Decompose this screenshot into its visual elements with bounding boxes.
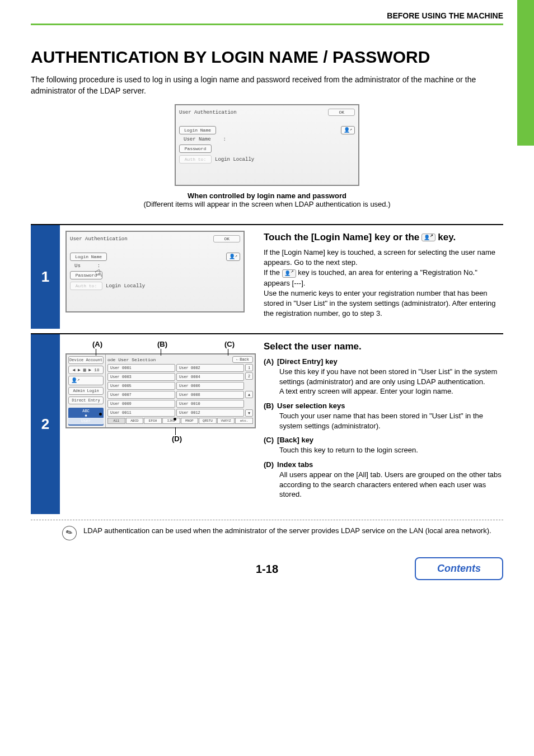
user-grid: User 0001 User 0002 1 2 ▲ ▼ [107, 364, 253, 417]
registration-icon-button[interactable] [226, 253, 240, 261]
user-button[interactable]: User 0001 [107, 364, 175, 372]
user-button[interactable]: User 0004 [176, 373, 244, 381]
side-green-tab [517, 0, 534, 146]
scroll-down-button[interactable]: ▼ [245, 409, 253, 417]
password-button[interactable]: Password [179, 144, 212, 153]
index-tab[interactable]: All [107, 418, 125, 424]
admin-login-button[interactable]: Admin Login [68, 387, 104, 395]
step1-heading-b: key. [438, 231, 456, 244]
item-B-title: User selection keys [277, 401, 345, 411]
contents-button[interactable]: Contents [415, 557, 503, 580]
item-D-title: Index tabs [277, 460, 313, 470]
index-tab[interactable]: MNOP [181, 418, 199, 424]
back-arrow-icon: ← [236, 357, 238, 362]
step1-body1: If the [Login Name] key is touched, a sc… [264, 248, 503, 268]
item-A-title: [Direct Entry] key [277, 357, 338, 367]
section-header: BEFORE USING THE MACHINE [31, 11, 503, 25]
user-button[interactable]: User 0002 [176, 364, 244, 372]
user-button[interactable]: User 0012 [176, 409, 244, 417]
login-name-button[interactable]: Login Name [70, 253, 107, 261]
auth-panel-illustration: User Authentication OK Login Name User N… [175, 104, 359, 186]
abc-toggle[interactable]: ABC ◆ User [68, 408, 104, 426]
item-D-tag: (D) [264, 460, 274, 470]
auth-to-button: Auth to: [70, 282, 102, 290]
step1-heading: Touch the [Login Name] key or the key. [264, 231, 503, 244]
user-name-label: User Name [184, 137, 211, 142]
ok-button[interactable]: OK [328, 109, 355, 116]
intro-text: The following procedure is used to log i… [31, 74, 503, 96]
page-1-indicator[interactable]: 1 [245, 364, 253, 371]
registration-icon-button[interactable] [341, 126, 355, 134]
step-1: 1 User Authentication OK Login Name Us : [31, 224, 503, 329]
user-button[interactable]: User 0007 [107, 391, 175, 399]
item-C-tag: (C) [264, 435, 274, 445]
page-title: AUTHENTICATION BY LOGIN NAME / PASSWORD [31, 48, 503, 67]
user-button[interactable]: User 0008 [176, 391, 244, 399]
selection-sidebar: Device Account ◀ ▶ ▦ ▶ 18 Admin Login Di… [67, 354, 106, 427]
step1-heading-a: Touch the [Login Name] key or the [264, 231, 419, 244]
step-2-number: 2 [31, 334, 60, 514]
caption-sub: (Different items will appear in the scre… [31, 200, 503, 208]
item-B-tag: (B) [264, 401, 274, 411]
step1-auth-panel: User Authentication OK Login Name Us : P… [65, 231, 245, 312]
password-button[interactable]: Password [70, 271, 102, 279]
note-row: ✎ LDAP authentication can be used when t… [31, 520, 503, 543]
page: BEFORE USING THE MACHINE AUTHENTICATION … [0, 0, 534, 598]
index-tab[interactable]: QRSTU [199, 418, 217, 424]
auth-title: User Authentication [179, 110, 237, 115]
step1-body3: Use the numeric keys to enter your regis… [264, 288, 503, 319]
colon: : [97, 263, 100, 269]
login-name-button[interactable]: Login Name [179, 126, 216, 134]
item-A-tag: (A) [264, 357, 274, 367]
step-1-number: 1 [31, 225, 60, 329]
ok-button[interactable]: OK [213, 235, 240, 242]
back-button[interactable]: ←Back [232, 356, 253, 363]
auth-to-button: Auth to: [179, 155, 212, 164]
user-button[interactable]: User 0005 [107, 382, 175, 390]
index-tabs: All ABCD EFGH IJKL MNOP QRSTU VWXYZ etc. [107, 418, 253, 424]
index-tab[interactable]: VWXYZ [217, 418, 235, 424]
step-2: 2 (A) (B) (C) (D) Device Account ◀ ▶ ▦ ▶… [31, 333, 503, 514]
callout-A: (A) [92, 340, 102, 348]
direct-entry-button[interactable]: Direct Entry [68, 396, 104, 404]
step2-heading: Select the user name. [264, 340, 503, 353]
callout-D: (D) [172, 435, 182, 443]
device-account-button[interactable]: Device Account [68, 356, 104, 364]
registration-inline-icon [282, 269, 296, 278]
index-tab[interactable]: IJKL [162, 418, 180, 424]
step1-body2: If the key is touched, an area for enter… [264, 268, 503, 288]
index-tab[interactable]: ABCD [126, 418, 144, 424]
index-tab[interactable]: EFGH [144, 418, 162, 424]
page-2-indicator[interactable]: 2 [245, 372, 253, 380]
auth-to-value: Login Locally [215, 157, 254, 162]
pencil-note-icon: ✎ [59, 523, 79, 543]
item-D-body: All users appear on the [All] tab. Users… [279, 470, 503, 500]
note-text: LDAP authentication can be used when the… [83, 526, 491, 536]
callout-C: (C) [224, 340, 235, 348]
item-A-body: Use this key if you have not been stored… [279, 367, 503, 396]
user-button[interactable]: User 0003 [107, 373, 175, 381]
callout-B: (B) [157, 340, 167, 348]
registration-inline-icon [421, 234, 435, 242]
auth-title: User Authentication [70, 236, 128, 242]
user-button[interactable]: User 0009 [107, 400, 175, 408]
nav-row[interactable]: ◀ ▶ ▦ ▶ 18 [68, 366, 104, 374]
user-button[interactable]: User 0010 [176, 400, 244, 408]
selection-title: ode User Selection [107, 357, 156, 362]
scroll-up-button[interactable]: ▲ [245, 391, 253, 398]
user-button[interactable]: User 0006 [176, 382, 244, 390]
auth-to-value: Login Locally [106, 283, 145, 289]
index-tab[interactable]: etc. [235, 418, 253, 424]
caption-main: When controlled by login name and passwo… [31, 192, 503, 200]
user-button[interactable]: User 0011 [107, 409, 175, 417]
registration-icon-button[interactable] [68, 376, 104, 385]
item-B-body: Touch your user name that has been store… [279, 411, 503, 431]
user-selection-illustration: (A) (B) (C) (D) Device Account ◀ ▶ ▦ ▶ 1… [65, 340, 256, 443]
item-C-title: [Back] key [277, 435, 313, 445]
item-C-body: Touch this key to return to the login sc… [279, 445, 503, 455]
colon: : [223, 137, 226, 142]
